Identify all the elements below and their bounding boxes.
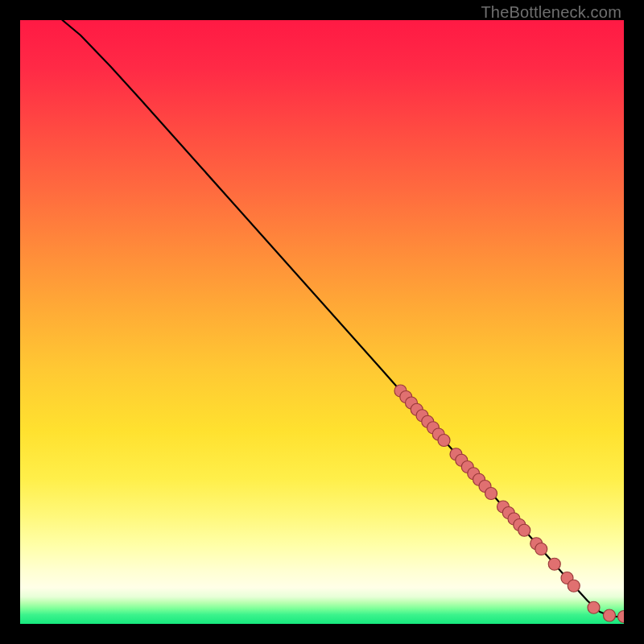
plot-area (20, 20, 624, 624)
data-point (548, 558, 560, 570)
data-points (394, 385, 624, 623)
attribution-label: TheBottleneck.com (481, 3, 621, 22)
data-point (438, 435, 450, 447)
data-point (485, 488, 497, 500)
bottleneck-curve (63, 20, 625, 617)
data-point (618, 611, 625, 623)
chart-frame: TheBottleneck.com (0, 0, 644, 644)
data-point (604, 609, 616, 621)
data-point (518, 524, 530, 536)
data-point (588, 601, 600, 613)
data-point (535, 543, 547, 555)
data-point (568, 580, 580, 592)
chart-overlay (20, 20, 624, 624)
